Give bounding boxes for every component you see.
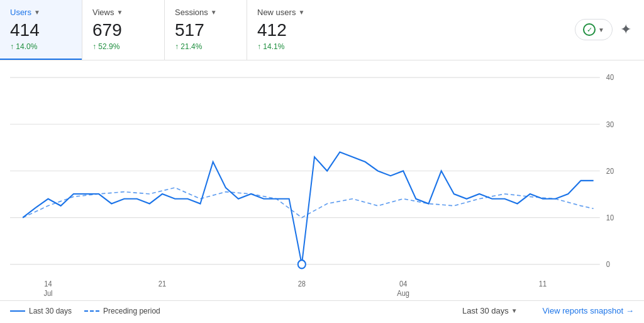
metric-sessions[interactable]: Sessions ▼ 517 21.4%: [165, 0, 247, 60]
metric-users-dropdown-icon[interactable]: ▼: [34, 9, 40, 16]
legend-solid-item: Last 30 days: [10, 307, 72, 315]
svg-text:04: 04: [399, 279, 408, 288]
metric-views-value: 679: [92, 20, 149, 41]
svg-text:30: 30: [606, 120, 614, 128]
metric-new-users-value: 412: [257, 20, 314, 41]
metric-views[interactable]: Views ▼ 679 52.9%: [82, 0, 164, 60]
chart-svg: 40 30 20 10 0 14 Jul 21 28 04 Aug 11: [10, 71, 619, 300]
svg-text:Jul: Jul: [43, 288, 52, 297]
metric-users-label-text: Users: [10, 8, 31, 17]
view-reports-arrow-icon: →: [626, 306, 634, 315]
metric-views-label: Views ▼: [92, 8, 149, 17]
metric-sessions-dropdown-icon[interactable]: ▼: [211, 9, 217, 16]
period-label: Last 30 days: [462, 306, 509, 315]
analytics-widget: Users ▼ 414 14.0% Views ▼ 679 52.9% Sess…: [0, 0, 644, 323]
legend-dashed-item: Preceding period: [84, 307, 160, 315]
chart-area: 40 30 20 10 0 14 Jul 21 28 04 Aug 11: [0, 60, 644, 300]
svg-text:14: 14: [44, 279, 52, 288]
metric-new-users-label-text: New users: [257, 8, 296, 17]
svg-text:40: 40: [606, 73, 614, 82]
metric-sessions-change: 21.4%: [175, 42, 231, 51]
svg-point-17: [298, 260, 306, 268]
svg-text:Aug: Aug: [397, 288, 409, 297]
sparkle-button[interactable]: ✦: [618, 19, 634, 40]
footer: Last 30 days Preceding period Last 30 da…: [0, 300, 644, 323]
view-reports-label: View reports snapshot: [543, 306, 623, 315]
legend-dashed-label: Preceding period: [103, 307, 160, 315]
metric-new-users[interactable]: New users ▼ 412 14.1%: [247, 0, 329, 60]
period-selector[interactable]: Last 30 days ▼: [462, 306, 518, 315]
metric-views-dropdown-icon[interactable]: ▼: [116, 9, 123, 16]
metric-sessions-label-text: Sessions: [175, 8, 208, 17]
chart-legend: Last 30 days Preceding period: [10, 307, 160, 315]
metric-sessions-label: Sessions ▼: [175, 8, 231, 17]
metrics-row: Users ▼ 414 14.0% Views ▼ 679 52.9% Sess…: [0, 0, 644, 60]
metric-new-users-change: 14.1%: [257, 42, 314, 51]
check-button-dropdown-icon[interactable]: ▼: [598, 26, 604, 33]
metric-users-change: 14.0%: [10, 42, 67, 51]
svg-text:20: 20: [606, 166, 614, 175]
metric-views-label-text: Views: [92, 8, 114, 17]
metric-new-users-dropdown-icon[interactable]: ▼: [298, 9, 304, 16]
legend-solid-line: [10, 310, 25, 312]
svg-text:21: 21: [158, 279, 166, 288]
svg-text:28: 28: [298, 279, 306, 288]
legend-solid-label: Last 30 days: [29, 307, 72, 315]
svg-text:10: 10: [606, 213, 614, 222]
view-reports-button[interactable]: View reports snapshot →: [543, 306, 634, 315]
metric-sessions-value: 517: [175, 20, 231, 41]
metric-views-change: 52.9%: [92, 42, 149, 51]
check-icon: ✓: [583, 23, 596, 36]
check-button[interactable]: ✓ ▼: [575, 19, 613, 40]
svg-text:0: 0: [606, 259, 611, 268]
header-actions: ✓ ▼ ✦: [575, 0, 644, 60]
period-dropdown-icon[interactable]: ▼: [511, 307, 518, 314]
metric-users-label: Users ▼: [10, 8, 67, 17]
metric-users[interactable]: Users ▼ 414 14.0%: [0, 0, 82, 60]
metric-users-value: 414: [10, 20, 67, 41]
svg-text:11: 11: [539, 279, 547, 288]
metric-new-users-label: New users ▼: [257, 8, 314, 17]
legend-dashed-line: [84, 310, 99, 312]
